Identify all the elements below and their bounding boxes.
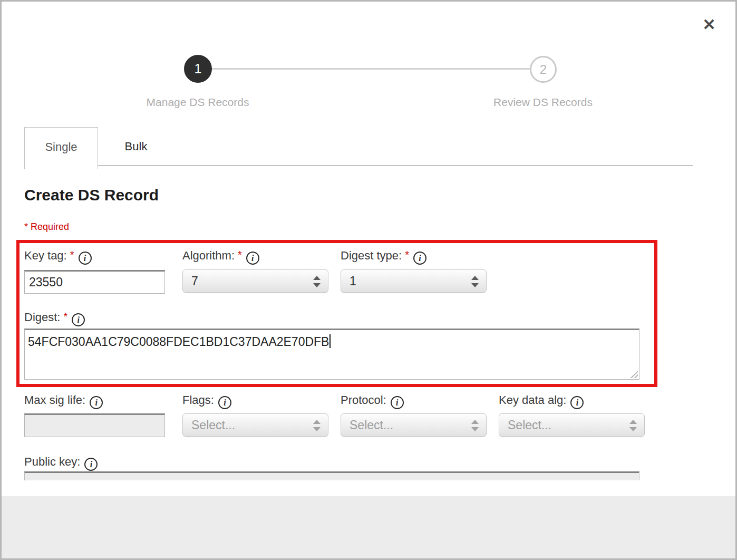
algorithm-select-value: 7 — [191, 274, 198, 288]
key-data-alg-select[interactable]: Select... — [499, 413, 645, 437]
public-key-info-icon[interactable]: i — [84, 458, 98, 471]
digest-label-text: Digest: — [24, 311, 60, 324]
flags-label-text: Flags: — [182, 393, 214, 407]
digest-value: 54FCF030AA1C79C0088FDEC1BD1C37DAA2E70DFB — [28, 335, 329, 349]
algorithm-info-icon[interactable]: i — [246, 252, 259, 265]
digest-type-select[interactable]: 1 — [341, 269, 487, 293]
flags-info-icon[interactable]: i — [218, 396, 231, 409]
protocol-select[interactable]: Select... — [341, 413, 487, 437]
tab-single[interactable]: Single — [24, 127, 98, 169]
required-note: * Required — [24, 221, 69, 233]
digest-info-icon[interactable]: i — [72, 313, 85, 326]
stepper-connector — [212, 68, 530, 70]
key-tag-required-asterisk: * — [70, 249, 74, 260]
page-title: Create DS Record — [24, 186, 159, 204]
key-tag-input[interactable] — [24, 270, 165, 294]
digest-label: Digest:*i — [24, 311, 85, 326]
step-1-circle: 1 — [184, 55, 212, 83]
algorithm-required-asterisk: * — [238, 249, 242, 260]
text-caret — [329, 334, 331, 348]
flags-label: Flags:i — [182, 393, 231, 409]
key-tag-label: Key tag:*i — [24, 249, 92, 265]
algorithm-label: Algorithm:*i — [182, 249, 259, 265]
step-2-circle: 2 — [530, 56, 557, 83]
key-tag-info-icon[interactable]: i — [79, 252, 92, 265]
select-arrows-icon — [471, 275, 479, 288]
select-arrows-icon — [313, 275, 321, 288]
algorithm-label-text: Algorithm: — [182, 249, 235, 262]
protocol-label-text: Protocol: — [341, 393, 386, 407]
key-data-alg-select-value: Select... — [508, 418, 551, 432]
public-key-label-text: Public key: — [24, 455, 80, 468]
max-sig-life-input[interactable] — [24, 413, 165, 437]
protocol-select-value: Select... — [350, 418, 393, 432]
digest-type-required-asterisk: * — [405, 249, 409, 260]
key-data-alg-label: Key data alg:i — [499, 393, 584, 409]
public-key-textarea[interactable] — [24, 471, 639, 480]
digest-type-label-text: Digest type: — [341, 249, 402, 262]
step-2-label: Review DS Records — [464, 96, 622, 109]
modal-footer: Cancel Back Next — [2, 496, 735, 558]
step-1-label: Manage DS Records — [119, 96, 277, 109]
tab-bulk[interactable]: Bulk — [99, 127, 173, 165]
digest-type-select-value: 1 — [350, 274, 356, 288]
digest-textarea[interactable]: 54FCF030AA1C79C0088FDEC1BD1C37DAA2E70DFB — [24, 329, 639, 380]
max-sig-life-label: Max sig life:i — [24, 393, 103, 409]
public-key-label: Public key:i — [24, 455, 98, 471]
max-sig-life-label-text: Max sig life: — [24, 393, 85, 407]
select-arrows-icon — [629, 419, 637, 432]
flags-select[interactable]: Select... — [182, 413, 328, 437]
tab-bottom-border — [98, 165, 693, 166]
close-icon[interactable]: ✕ — [700, 15, 719, 34]
protocol-label: Protocol:i — [341, 393, 404, 409]
select-arrows-icon — [313, 419, 321, 432]
key-tag-label-text: Key tag: — [24, 249, 67, 262]
max-sig-life-info-icon[interactable]: i — [90, 396, 103, 409]
select-arrows-icon — [471, 419, 479, 432]
digest-type-label: Digest type:*i — [341, 249, 426, 265]
key-data-alg-label-text: Key data alg: — [499, 393, 566, 407]
key-data-alg-info-icon[interactable]: i — [570, 396, 584, 409]
protocol-info-icon[interactable]: i — [391, 396, 404, 409]
create-ds-record-modal: ✕ 1 2 Manage DS Records Review DS Record… — [0, 0, 737, 560]
algorithm-select[interactable]: 7 — [182, 269, 328, 293]
flags-select-value: Select... — [191, 418, 235, 432]
digest-type-info-icon[interactable]: i — [413, 252, 426, 265]
digest-required-asterisk: * — [63, 311, 67, 322]
resize-handle-icon[interactable] — [630, 370, 638, 378]
